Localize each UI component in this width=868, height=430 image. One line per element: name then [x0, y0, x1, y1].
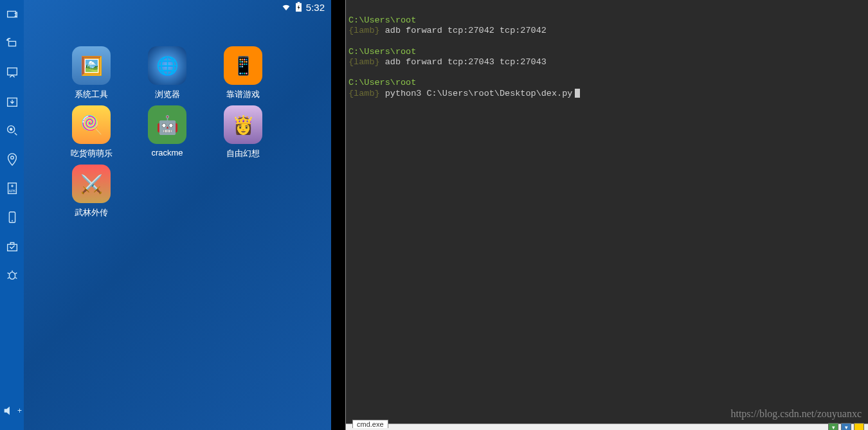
app-chihuo[interactable]: 🍭 吃货萌萌乐 — [53, 105, 129, 165]
app-label: 系统工具 — [75, 89, 108, 100]
terminal-command: python3 C:\Users\root\Desktop\dex.py — [380, 89, 573, 98]
tray-item[interactable]: ▾ — [828, 423, 838, 431]
prompt-lamb: {lamb} — [348, 26, 380, 35]
svg-point-10 — [12, 220, 13, 221]
svg-point-6 — [10, 156, 14, 159]
device-icon[interactable] — [0, 202, 24, 231]
toolbox-icon[interactable] — [0, 231, 24, 260]
svg-rect-2 — [7, 67, 17, 75]
app-icon: ⚔️ — [72, 165, 111, 203]
prompt-path: C:\Users\root — [348, 47, 416, 57]
status-bar: 5:32 — [24, 0, 331, 14]
app-icon: 👸 — [224, 105, 262, 144]
app-browser[interactable]: 🌐 浏览器 — [129, 46, 205, 105]
app-icon: 🍭 — [72, 105, 111, 144]
prompt-path: C:\Users\root — [348, 78, 416, 87]
terminal-tab[interactable]: cmd.exe — [352, 420, 388, 428]
app-label: 靠谱游戏 — [226, 89, 260, 100]
svg-point-5 — [10, 128, 12, 130]
terminal-cursor — [575, 89, 580, 98]
terminal-command: adb forward tcp:27043 tcp:27043 — [380, 57, 547, 67]
share-icon[interactable] — [0, 0, 24, 29]
watermark: https://blog.csdn.net/zouyuanxc — [730, 408, 862, 420]
prompt-lamb: {lamb} — [348, 89, 380, 98]
app-label: 武林外传 — [75, 207, 108, 219]
bug-icon[interactable] — [0, 260, 24, 289]
app-icon: 🤖 — [148, 105, 186, 144]
app-label: crackme — [151, 148, 183, 157]
svg-text:APK: APK — [8, 189, 15, 193]
download-icon[interactable] — [0, 87, 24, 116]
location-icon[interactable] — [0, 145, 24, 174]
svg-rect-1 — [8, 41, 15, 46]
wifi-icon — [281, 2, 291, 12]
app-system-tools[interactable]: 🖼️ 系统工具 — [53, 46, 129, 105]
volume-plus: + — [17, 406, 22, 415]
app-grid: 🖼️ 系统工具 🌐 浏览器 📱 靠谱游戏 🍭 吃货萌萌乐 🤖 crackme 👸 — [24, 14, 331, 224]
volume-icon[interactable]: + — [0, 396, 24, 425]
app-ziyou[interactable]: 👸 自由幻想 — [205, 105, 281, 165]
terminal-command: adb forward tcp:27042 tcp:27042 — [380, 26, 547, 35]
screenshot-icon[interactable] — [0, 58, 24, 87]
app-wulin[interactable]: ⚔️ 武林外传 — [53, 165, 129, 224]
app-label: 吃货萌萌乐 — [71, 148, 113, 159]
terminal-tabbar: cmd.exe ▾ ▾ — [346, 424, 868, 430]
emulator-sidebar: APK + — [0, 0, 24, 430]
prompt-lamb: {lamb} — [348, 57, 380, 67]
app-crackme[interactable]: 🤖 crackme — [129, 105, 205, 165]
app-icon: 🖼️ — [72, 46, 111, 85]
app-icon: 📱 — [224, 46, 262, 85]
battery-icon — [295, 2, 302, 12]
terminal-window: C:\Users\root {lamb} adb forward tcp:270… — [345, 0, 868, 430]
app-label: 自由幻想 — [226, 148, 260, 159]
app-label: 浏览器 — [155, 89, 180, 100]
prompt-path: C:\Users\root — [348, 15, 416, 25]
terminal[interactable]: C:\Users\root {lamb} adb forward tcp:270… — [346, 0, 868, 424]
rotate-icon[interactable] — [0, 29, 24, 58]
app-icon: 🌐 — [148, 46, 186, 85]
status-time: 5:32 — [306, 2, 325, 13]
tray-item[interactable]: ▾ — [841, 423, 851, 431]
svg-point-12 — [9, 272, 15, 279]
apk-icon[interactable]: APK — [0, 174, 24, 202]
emulator-screen: 5:32 🖼️ 系统工具 🌐 浏览器 📱 靠谱游戏 🍭 吃货萌萌乐 🤖 crac… — [24, 0, 331, 430]
app-kaopu-game[interactable]: 📱 靠谱游戏 — [205, 46, 281, 105]
tray-item[interactable] — [854, 423, 864, 431]
svg-rect-14 — [298, 2, 300, 3]
tray: ▾ ▾ — [828, 423, 868, 431]
camera-icon[interactable] — [0, 116, 24, 145]
